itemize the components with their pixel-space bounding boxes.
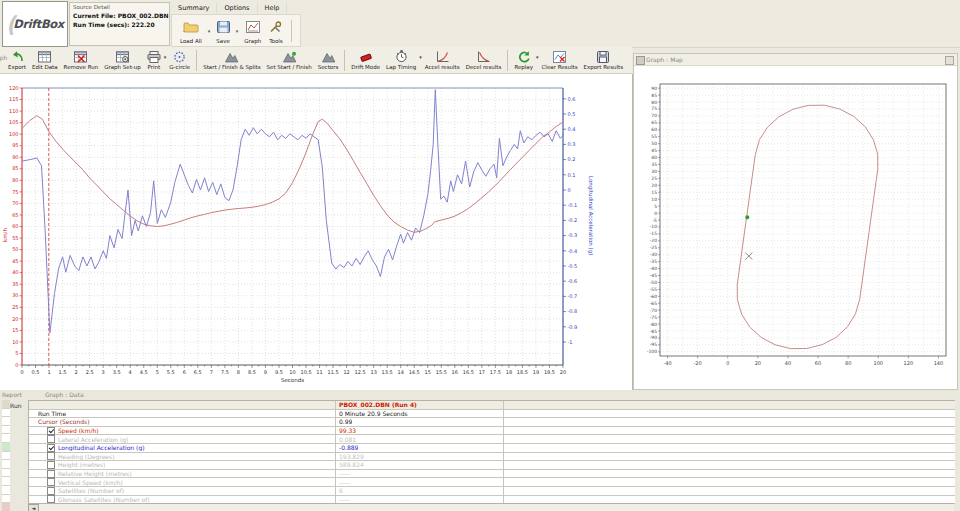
label-cell: Vertical Speed (km/h) xyxy=(29,478,336,486)
svg-text:60: 60 xyxy=(815,360,821,366)
drift-mode-button[interactable]: Drift Mode xyxy=(348,49,383,70)
svg-text:16.5: 16.5 xyxy=(463,369,474,375)
table-row-relative-height-metres[interactable]: Relative Height (metres)----- xyxy=(29,470,955,479)
row-checkbox[interactable] xyxy=(47,452,55,460)
svg-text:-0.7: -0.7 xyxy=(568,293,578,299)
gutter-cell xyxy=(2,417,10,426)
svg-text:45: 45 xyxy=(12,258,18,264)
row-checkbox[interactable] xyxy=(47,444,55,452)
map-window-control[interactable] xyxy=(945,56,954,65)
svg-text:70: 70 xyxy=(651,113,657,118)
svg-text:20: 20 xyxy=(12,316,18,322)
svg-text:6: 6 xyxy=(183,369,186,375)
row-checkbox[interactable] xyxy=(47,427,55,435)
load-all-dropdown[interactable]: ▾ xyxy=(208,28,211,34)
save-dropdown[interactable]: ▾ xyxy=(236,28,239,34)
svg-text:5.5: 5.5 xyxy=(167,369,175,375)
scroll-left-icon[interactable]: ◄ xyxy=(28,504,39,511)
svg-text:30: 30 xyxy=(651,169,657,174)
start-finish-splits-button[interactable]: Start / Finish & Splits xyxy=(200,49,263,70)
menu-options[interactable]: Options xyxy=(217,3,257,13)
row-checkbox[interactable] xyxy=(47,435,55,443)
decel-results-button[interactable]: Decel results xyxy=(463,49,505,70)
table-row-heading-degrees[interactable]: Heading (Degrees)193.829 xyxy=(29,453,955,462)
load-all-button[interactable]: Load All xyxy=(176,17,206,45)
accel-results-button[interactable]: Accel results xyxy=(422,49,463,70)
table-row-run-time[interactable]: Run Time0 Minute 20.9 Seconds xyxy=(29,410,955,419)
row-checkbox[interactable] xyxy=(47,461,55,469)
svg-text:-80: -80 xyxy=(650,322,657,327)
horizontal-scrollbar[interactable]: ◄ xyxy=(28,503,954,511)
svg-text:10: 10 xyxy=(289,369,295,375)
replay-button[interactable]: Replay xyxy=(511,49,536,70)
svg-text:-85: -85 xyxy=(650,329,657,334)
g-circle-button[interactable]: G-circle xyxy=(166,49,193,70)
menu-summary[interactable]: Summary xyxy=(171,3,217,13)
row-checkbox[interactable] xyxy=(47,478,55,486)
graph-icon xyxy=(246,18,260,37)
svg-text:8: 8 xyxy=(237,369,240,375)
left-axis-label: km/h xyxy=(2,228,8,242)
row-checkbox[interactable] xyxy=(47,470,55,478)
main-chart[interactable]: 0510152025303540455055606570758085909510… xyxy=(0,74,632,390)
row-checkbox[interactable] xyxy=(47,487,55,495)
svg-text:20: 20 xyxy=(651,183,657,188)
toolbar-button-label: Print xyxy=(147,64,160,70)
value-cell: 99.33 xyxy=(336,427,504,435)
svg-text:110: 110 xyxy=(9,108,19,114)
decel-icon xyxy=(477,49,490,63)
mountain-icon xyxy=(224,49,239,63)
remove-run-icon xyxy=(74,49,87,63)
lap-timing-button[interactable]: Lap Timing xyxy=(383,49,419,70)
table-row-lateral-acceleration-g[interactable]: Lateral Acceleration (g)0.081 xyxy=(29,435,955,444)
table-row-vertical-speed-km-h[interactable]: Vertical Speed (km/h)----- xyxy=(29,478,955,487)
label-cell: Satellites (Number of) xyxy=(29,487,336,495)
set-start-finish-button[interactable]: Set Start / Finish xyxy=(264,49,315,70)
svg-text:14: 14 xyxy=(398,369,404,375)
run-row-label: Run xyxy=(10,402,22,409)
svg-text:75: 75 xyxy=(651,106,657,111)
app-logo: ( DriftBox xyxy=(2,1,68,47)
row-filler xyxy=(504,410,955,418)
table-row-speed-km-h[interactable]: Speed (km/h)99.33 xyxy=(29,427,955,436)
tools-button[interactable]: Tools xyxy=(265,17,287,45)
svg-text:85: 85 xyxy=(12,165,18,171)
svg-text:40: 40 xyxy=(785,360,791,366)
clear-results-button[interactable]: Clear Results xyxy=(539,49,581,70)
svg-text:100: 100 xyxy=(873,360,883,366)
menu-help[interactable]: Help xyxy=(258,3,288,13)
tools-icon xyxy=(269,18,282,37)
table-row-longitudinal-acceleration-g[interactable]: Longitudinal Acceleration (g)-0.889 xyxy=(29,444,955,453)
graph-set-up-button[interactable]: Graph Set-up xyxy=(101,49,144,70)
svg-text:11.5: 11.5 xyxy=(328,369,339,375)
toolbar-button-label: Clear Results xyxy=(542,64,578,70)
row-value: 589.824 xyxy=(339,461,364,468)
table-row-height-metres[interactable]: Height (metres)589.824 xyxy=(29,461,955,470)
sectors-button[interactable]: Sectors xyxy=(315,49,342,70)
edit-data-button[interactable]: Edit Data xyxy=(29,49,61,70)
svg-text:3: 3 xyxy=(102,369,105,375)
graph-button[interactable]: Graph xyxy=(240,17,265,45)
svg-text:5: 5 xyxy=(15,350,18,356)
export-button[interactable]: Export xyxy=(5,49,29,70)
table-row-satellites-number-of[interactable]: Satellites (Number of)6 xyxy=(29,487,955,496)
header-file-cell: PBOX_002.DBN (Run 4) xyxy=(336,401,504,409)
gutter-cell xyxy=(2,495,10,504)
label-cell: Heading (Degrees) xyxy=(29,453,336,461)
row-value: ----- xyxy=(339,479,350,486)
report-panel-title: Report xyxy=(2,391,22,398)
row-filler xyxy=(504,435,955,443)
export-results-button[interactable]: Export Results xyxy=(581,49,627,70)
map-chart[interactable]: 908580757065605550454035302520151050-5-1… xyxy=(634,65,957,389)
row-value: 0.99 xyxy=(339,418,352,425)
value-cell: ----- xyxy=(336,496,504,504)
table-row-cursor-seconds[interactable]: Cursor (Seconds)0.99 xyxy=(29,418,955,427)
row-filler xyxy=(504,427,955,435)
remove-run-button[interactable]: Remove Run xyxy=(61,49,102,70)
value-cell: 589.824 xyxy=(336,461,504,469)
svg-text:10: 10 xyxy=(651,197,657,202)
value-cell: ----- xyxy=(336,470,504,478)
edit-data-icon xyxy=(38,49,51,63)
save-button[interactable]: Save xyxy=(212,17,234,45)
print-button[interactable]: Print xyxy=(144,49,164,70)
